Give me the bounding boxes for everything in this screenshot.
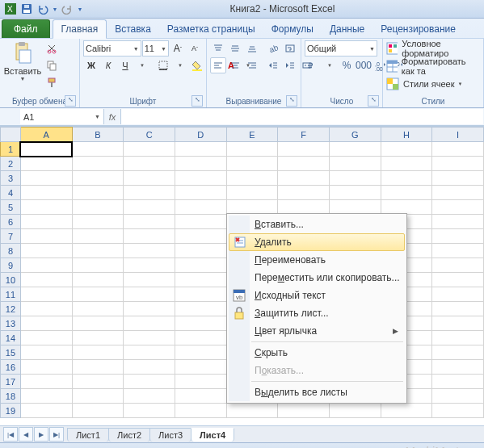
row-header[interactable]: 5 [1,200,21,215]
cell[interactable] [72,229,124,244]
cell[interactable] [432,302,484,316]
cell[interactable] [124,287,175,302]
cell[interactable] [124,404,175,418]
cell[interactable] [20,389,72,404]
cell[interactable] [175,200,226,215]
cell[interactable] [72,258,124,273]
row-header[interactable]: 2 [1,157,21,171]
cell[interactable] [175,273,226,287]
cell[interactable] [226,404,278,418]
cell[interactable] [124,331,175,345]
cell[interactable] [72,171,124,186]
cell[interactable] [329,142,381,157]
context-menu-item[interactable]: Вставить... [229,216,405,233]
column-header[interactable]: E [226,128,278,142]
cell[interactable] [72,316,124,331]
cell[interactable] [432,375,484,389]
cell[interactable] [20,200,72,215]
column-header[interactable]: C [124,128,175,142]
cell[interactable] [432,273,484,287]
row-header[interactable]: 6 [1,215,21,229]
cell[interactable] [381,404,432,418]
cell[interactable] [226,157,278,171]
comma-button[interactable]: 000 [356,57,372,73]
row-header[interactable]: 17 [1,375,21,389]
cell[interactable] [20,287,72,302]
row-header[interactable]: 8 [1,244,21,258]
cell[interactable] [72,215,124,229]
cell[interactable] [124,345,175,360]
cell[interactable] [20,142,72,157]
tab-data[interactable]: Данные [322,20,372,38]
cell[interactable] [20,345,72,360]
cell[interactable] [226,200,278,215]
borders-button[interactable] [155,57,171,73]
cell[interactable] [278,200,330,215]
cell[interactable] [72,345,124,360]
cell[interactable] [72,331,124,345]
row-header[interactable]: 11 [1,287,21,302]
cell[interactable] [72,287,124,302]
align-bottom-button[interactable] [244,40,260,57]
cell[interactable] [20,215,72,229]
cell[interactable] [329,157,381,171]
cell[interactable] [432,200,484,215]
cell[interactable] [432,316,484,331]
cell[interactable] [20,331,72,345]
cell[interactable] [432,258,484,273]
cell[interactable] [72,375,124,389]
align-center-button[interactable] [227,57,243,73]
cell[interactable] [175,229,226,244]
cell[interactable] [72,404,124,418]
cell[interactable] [432,287,484,302]
tab-insert[interactable]: Вставка [107,20,159,38]
cell[interactable] [72,389,124,404]
cell[interactable] [175,171,226,186]
number-format-select[interactable]: Общий▼ [305,40,377,57]
sheet-tab[interactable]: Лист3 [149,428,191,442]
cell[interactable] [20,360,72,375]
sheet-tab[interactable]: Лист4 [191,428,234,442]
row-header[interactable]: 7 [1,229,21,244]
cell[interactable] [72,186,124,200]
cell[interactable] [124,157,175,171]
cell[interactable] [175,331,226,345]
cell[interactable] [329,186,381,200]
row-header[interactable]: 18 [1,389,21,404]
tab-file[interactable]: Файл [2,19,50,38]
decrease-indent-button[interactable] [265,57,281,73]
context-menu-item[interactable]: Переместить или скопировать... [229,269,405,287]
cell[interactable] [124,302,175,316]
formula-input[interactable] [120,109,483,124]
row-header[interactable]: 19 [1,404,21,418]
cell[interactable] [124,389,175,404]
select-all-cell[interactable] [1,128,21,142]
alignment-launcher[interactable]: ⤡ [286,95,297,107]
cell[interactable] [124,229,175,244]
cell[interactable] [432,171,484,186]
cell[interactable] [175,302,226,316]
align-right-button[interactable] [244,57,260,73]
sheet-nav-prev[interactable]: ◀ [19,427,33,442]
redo-button[interactable] [60,2,74,16]
percent-button[interactable]: % [339,57,355,73]
cell[interactable] [72,200,124,215]
cell[interactable] [124,375,175,389]
cell[interactable] [20,302,72,316]
undo-dropdown[interactable]: ▼ [52,2,58,16]
cell[interactable] [124,200,175,215]
number-launcher[interactable]: ⤡ [368,95,379,107]
cell[interactable] [432,186,484,200]
cell[interactable] [72,360,124,375]
cell[interactable] [432,331,484,345]
align-middle-button[interactable] [227,40,243,57]
undo-button[interactable] [36,2,50,16]
cell[interactable] [72,302,124,316]
cell[interactable] [432,142,484,157]
cell[interactable] [381,157,432,171]
cell[interactable] [175,360,226,375]
sheet-tab[interactable]: Лист2 [108,428,150,442]
cell[interactable] [381,171,432,186]
cell[interactable] [175,142,226,157]
underline-dropdown[interactable]: ▼ [134,57,150,73]
